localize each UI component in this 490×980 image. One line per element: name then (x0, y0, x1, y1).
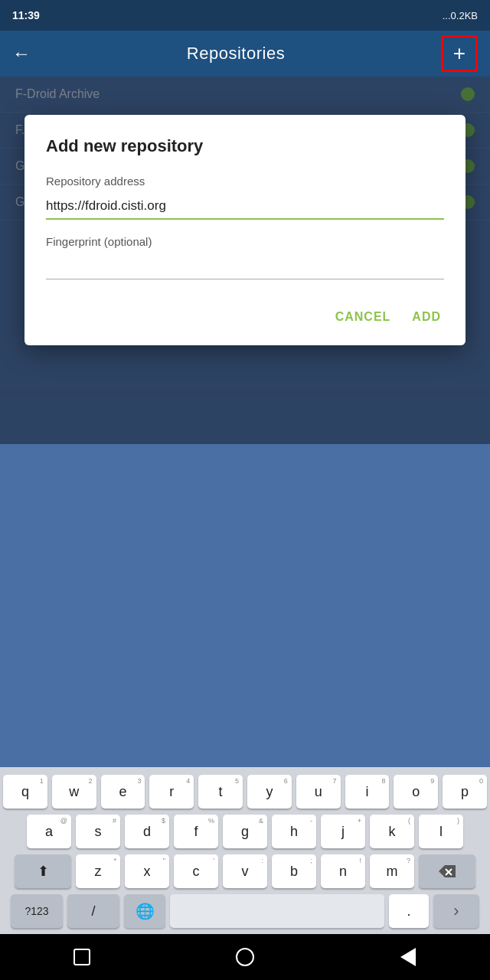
network-status: ...0.2KB (443, 10, 478, 21)
space-key[interactable] (170, 894, 384, 928)
key-v[interactable]: :v (223, 854, 267, 888)
globe-key[interactable]: 🌐 (124, 894, 165, 928)
key-r[interactable]: 4r (149, 775, 194, 808)
keyboard-row-1: 1q 2w 3e 4r 5t 6y 7u 8i 9o 0p (3, 775, 487, 808)
key-n[interactable]: !n (321, 854, 365, 888)
nav-recents-button[interactable] (65, 940, 99, 974)
dot-key[interactable]: . (389, 894, 429, 928)
dialog-actions: CANCEL ADD (46, 301, 444, 330)
key-i[interactable]: 8i (345, 775, 390, 808)
keyboard-row-3: ⬆ *z "x 'c :v ;b !n ?m (3, 854, 487, 888)
recents-icon (74, 949, 90, 965)
home-icon (236, 948, 254, 966)
key-p[interactable]: 0p (443, 775, 487, 808)
add-repository-button[interactable]: + (441, 35, 478, 72)
keyboard-bottom-row: ?123 / 🌐 . › (3, 894, 487, 928)
slash-key[interactable]: / (67, 894, 119, 928)
key-c[interactable]: 'c (174, 854, 218, 888)
backspace-key[interactable] (419, 854, 475, 888)
back-icon (400, 948, 416, 966)
cancel-button[interactable]: CANCEL (332, 304, 394, 330)
add-repository-dialog: Add new repository Repository address Fi… (24, 115, 466, 345)
page-title: Repositories (187, 44, 285, 64)
back-button[interactable]: ← (12, 43, 31, 64)
navigation-bar (0, 934, 490, 980)
key-l[interactable]: )l (419, 815, 463, 848)
key-u[interactable]: 7u (296, 775, 341, 808)
key-j[interactable]: +j (321, 815, 365, 848)
keyboard: 1q 2w 3e 4r 5t 6y 7u 8i 9o 0p @a #s $d %… (0, 767, 490, 934)
key-y[interactable]: 6y (247, 775, 292, 808)
key-w[interactable]: 2w (52, 775, 96, 808)
nav-back-button[interactable] (391, 940, 425, 974)
key-t[interactable]: 5t (198, 775, 243, 808)
status-time: 11:39 (12, 9, 40, 21)
key-x[interactable]: "x (125, 854, 169, 888)
enter-key[interactable]: › (433, 894, 479, 928)
key-k[interactable]: (k (370, 815, 414, 848)
key-o[interactable]: 9o (394, 775, 438, 808)
key-h[interactable]: -h (272, 815, 316, 848)
app-bar: ← Repositories + (0, 31, 490, 77)
key-q[interactable]: 1q (3, 775, 47, 808)
key-z[interactable]: *z (76, 854, 120, 888)
shift-key[interactable]: ⬆ (15, 854, 71, 888)
fingerprint-input[interactable] (46, 254, 444, 279)
status-bar: 11:39 ...0.2KB (0, 0, 490, 31)
add-button[interactable]: ADD (409, 304, 444, 330)
key-m[interactable]: ?m (370, 854, 414, 888)
key-g[interactable]: &g (223, 815, 267, 848)
repository-address-input[interactable] (46, 194, 444, 220)
nav-home-button[interactable] (228, 940, 262, 974)
key-e[interactable]: 3e (101, 775, 145, 808)
key-s[interactable]: #s (76, 815, 120, 848)
num-key[interactable]: ?123 (11, 894, 63, 928)
key-b[interactable]: ;b (272, 854, 316, 888)
keyboard-row-2: @a #s $d %f &g -h +j (k )l (3, 815, 487, 848)
address-label: Repository address (46, 175, 444, 188)
key-f[interactable]: %f (174, 815, 218, 848)
fingerprint-label: Fingerprint (optional) (46, 235, 444, 248)
dialog-title: Add new repository (46, 136, 444, 156)
status-right: ...0.2KB (443, 10, 478, 21)
key-d[interactable]: $d (125, 815, 169, 848)
key-a[interactable]: @a (27, 815, 71, 848)
